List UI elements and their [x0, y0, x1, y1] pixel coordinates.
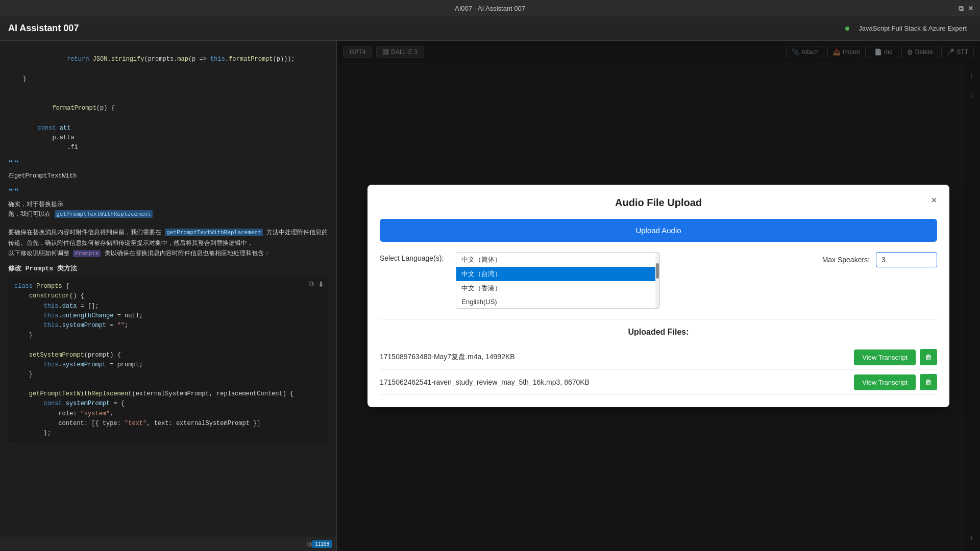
- audio-upload-modal: Audio File Upload × Upload Audio Select …: [368, 185, 949, 407]
- class-code-3: this.data = [];: [14, 302, 322, 311]
- code-line-6: p.atta: [8, 133, 328, 143]
- delete-file-button-1[interactable]: 🗑: [920, 349, 937, 365]
- language-select-label: Select Language(s):: [380, 252, 444, 262]
- file-name-1: 1715089763480-May7复盘.m4a, 14992KB: [380, 353, 854, 362]
- class-code-block: ⧉ ⬇ class Prompts { constructor() { this…: [8, 278, 328, 442]
- modal-title: Audio File Upload: [615, 197, 702, 209]
- class-code-15: content: [{ type: "text", text: external…: [14, 419, 322, 429]
- code-line-2: }: [8, 74, 328, 84]
- select-scrollbar-thumb: [656, 263, 659, 279]
- modal-divider: [380, 319, 937, 319]
- lang-option-zh-hk[interactable]: 中文（香港）: [456, 281, 659, 295]
- code-expand-button[interactable]: ⬇: [318, 280, 324, 288]
- main-layout: return JSON.stringify(prompts.map(p => t…: [0, 41, 980, 551]
- title-bar-text: AI007 - AI Assistant 007: [455, 5, 525, 12]
- code-area: return JSON.stringify(prompts.map(p => t…: [0, 41, 336, 551]
- class-code-8: setSystemPrompt(prompt) {: [14, 350, 322, 360]
- class-code-13: const systemPrompt = {: [14, 399, 322, 409]
- max-speakers-label: Max Speakers:: [822, 256, 870, 264]
- file-actions-2: View Transcript 🗑: [854, 374, 937, 390]
- left-panel-bottom-bar: ⧉ 11168: [0, 537, 336, 551]
- left-panel: return JSON.stringify(prompts.map(p => t…: [0, 41, 337, 551]
- class-code-14: role: "system",: [14, 409, 322, 419]
- inline-highlight-1: getPromptTextWithReplacement: [165, 229, 262, 236]
- code-line-5: const att: [8, 123, 328, 133]
- line-count-badge: 11168: [312, 540, 332, 548]
- trash-icon-1: 🗑: [925, 353, 932, 361]
- title-bar-icons: ⧉ ✕: [959, 4, 974, 13]
- code-line-7: .fi: [8, 143, 328, 153]
- class-code-1: class Prompts {: [14, 282, 322, 291]
- chinese-section-1: 在getPromptTextWith: [8, 171, 328, 181]
- modal-header: Audio File Upload ×: [380, 197, 937, 209]
- class-code-4: this.onLengthChange = null;: [14, 311, 322, 321]
- uploaded-files-title: Uploaded Files:: [380, 328, 937, 337]
- file-row-2: 1715062462541-raven_study_review_may_5th…: [380, 370, 937, 395]
- class-code-12: getPromptTextWithReplacement(externalSys…: [14, 389, 322, 399]
- code-copy-button[interactable]: ⧉: [309, 280, 314, 288]
- class-code-9: this.systemPrompt = prompt;: [14, 360, 322, 370]
- language-row: Select Language(s): 中文（简体） 中文（台湾） 中文（香港）…: [380, 252, 937, 309]
- modal-close-button[interactable]: ×: [931, 195, 937, 205]
- max-speakers-input[interactable]: [876, 252, 937, 267]
- code-line-4: formatPrompt(p) {: [8, 94, 328, 123]
- lang-option-zh-tw[interactable]: 中文（台湾）: [456, 267, 659, 281]
- language-select-wrapper: 中文（简体） 中文（台湾） 中文（香港） English(US): [456, 252, 660, 309]
- class-code-16: };: [14, 429, 322, 438]
- status-label: JavaScript Full Stack & Azure Expert: [853, 22, 972, 34]
- lang-option-zh-cn[interactable]: 中文（简体）: [456, 253, 659, 267]
- chinese-section-2b: 题，我们可以在 getPromptTextWithReplacement: [8, 210, 328, 219]
- trash-icon-2: 🗑: [925, 378, 932, 386]
- lang-option-en-us[interactable]: English(US): [456, 295, 659, 308]
- prompts-highlight: Prompts: [73, 250, 101, 257]
- chinese-heading: 修改 Prompts 类方法: [8, 264, 328, 274]
- view-transcript-button-2[interactable]: View Transcript: [854, 374, 916, 390]
- class-code-11: [14, 380, 322, 389]
- titlebar-duplicate-icon[interactable]: ⧉: [959, 4, 964, 13]
- right-panel: GPT4 🖼 DALL·E 3 📎 Attach 📥 Import 📄 md: [337, 41, 980, 551]
- titlebar-close-icon[interactable]: ✕: [968, 4, 974, 13]
- upload-audio-button[interactable]: Upload Audio: [380, 219, 937, 242]
- code-line-3: [8, 84, 328, 94]
- select-scrollbar: [655, 253, 659, 308]
- class-code-10: }: [14, 370, 322, 380]
- code-line-1: return JSON.stringify(prompts.map(p => t…: [8, 45, 328, 74]
- file-row-1: 1715089763480-May7复盘.m4a, 14992KB View T…: [380, 345, 937, 370]
- app-title: AI Assistant 007: [8, 23, 79, 34]
- section-quote-2: ❝❝: [8, 185, 328, 200]
- file-name-2: 1715062462541-raven_study_review_may_5th…: [380, 378, 854, 386]
- view-transcript-button-1[interactable]: View Transcript: [854, 349, 916, 365]
- chinese-section-2a: 确实，对于替换提示: [8, 200, 328, 210]
- bottom-copy-button[interactable]: ⧉: [307, 540, 312, 548]
- quote-mark-2: ❝❝: [8, 187, 19, 197]
- modal-overlay: Audio File Upload × Upload Audio Select …: [337, 41, 980, 551]
- max-speakers-group: Max Speakers:: [822, 252, 937, 267]
- section-quote-1: ❝❝: [8, 157, 328, 171]
- get-prompt-highlight: getPromptTextWithReplacement: [55, 210, 152, 218]
- class-code-6: }: [14, 331, 322, 340]
- status-dot: [845, 27, 849, 31]
- class-code-5: this.systemPrompt = "";: [14, 321, 322, 331]
- file-actions-1: View Transcript 🗑: [854, 349, 937, 365]
- header-right: JavaScript Full Stack & Azure Expert: [845, 22, 972, 34]
- delete-file-button-2[interactable]: 🗑: [920, 374, 937, 390]
- quote-mark-1: ❝❝: [8, 159, 19, 169]
- chinese-paragraph: 要确保在替换消息内容时附件信息得到保留，我们需要在 getPromptTextW…: [8, 224, 328, 262]
- title-bar: AI007 - AI Assistant 007 ⧉ ✕: [0, 0, 980, 16]
- class-code-2: constructor() {: [14, 291, 322, 301]
- language-select[interactable]: 中文（简体） 中文（台湾） 中文（香港） English(US): [456, 252, 660, 309]
- app-header: AI Assistant 007 JavaScript Full Stack &…: [0, 16, 980, 41]
- class-code-7: [14, 340, 322, 350]
